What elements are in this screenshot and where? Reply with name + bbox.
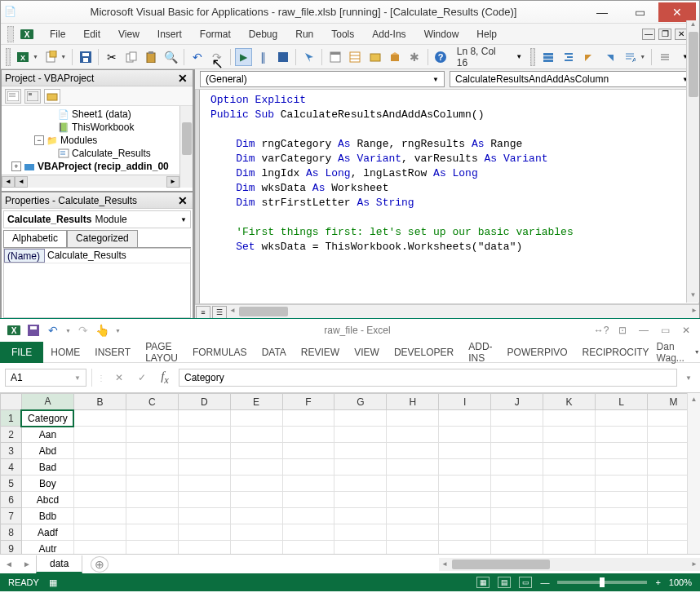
redo-icon[interactable]: ↷ xyxy=(208,48,225,66)
cell-A4[interactable]: Bad xyxy=(21,459,73,476)
cell-H7[interactable] xyxy=(387,508,439,524)
tree-vbaproject[interactable]: +VBAProject (recip_addin_00 xyxy=(5,160,189,173)
row-header-4[interactable]: 4 xyxy=(1,459,22,476)
tab-data[interactable]: DATA xyxy=(255,343,294,361)
cell-G3[interactable] xyxy=(334,443,387,459)
tree-calculate-results[interactable]: Calculate_Results xyxy=(5,147,189,160)
cell-A7[interactable]: Bdb xyxy=(21,508,73,524)
cell-I8[interactable] xyxy=(439,524,491,541)
break-icon[interactable]: ∥ xyxy=(255,48,272,66)
cell-B7[interactable] xyxy=(73,508,126,524)
tab-review[interactable]: REVIEW xyxy=(294,343,347,361)
enter-formula-button[interactable]: ✓ xyxy=(133,369,151,387)
tab-reciprocity[interactable]: RECIPROCITY xyxy=(575,343,657,361)
help-icon[interactable]: ? xyxy=(432,48,450,66)
cell-A8[interactable]: Aadf xyxy=(21,524,73,541)
menu-edit[interactable]: Edit xyxy=(75,26,109,42)
cell-I6[interactable] xyxy=(439,492,491,508)
tree-scrollbar-v[interactable] xyxy=(179,106,193,188)
formula-input[interactable]: Category xyxy=(179,369,677,387)
code-editor[interactable]: Option Explicit Public Sub CalculateResu… xyxy=(195,89,699,304)
cell-H3[interactable] xyxy=(387,443,439,459)
menu-file[interactable]: File xyxy=(42,26,73,42)
cell-K1[interactable] xyxy=(543,410,596,427)
redo-icon[interactable]: ↷ xyxy=(76,323,91,338)
add-sheet-button[interactable]: ⊕ xyxy=(91,556,109,573)
collapse-icon[interactable]: − xyxy=(34,135,44,145)
close-button[interactable]: ✕ xyxy=(658,2,696,22)
excel-app-icon[interactable]: X xyxy=(7,323,21,338)
tab-powerpivot[interactable]: POWERPIVO xyxy=(500,343,575,361)
cell-E4[interactable] xyxy=(230,459,282,476)
insert-module-icon[interactable] xyxy=(42,48,60,66)
cell-A1[interactable]: Category xyxy=(21,410,73,427)
tools-icon[interactable]: ✱ xyxy=(405,48,423,66)
copy-icon[interactable] xyxy=(123,48,140,66)
cell-A3[interactable]: Abd xyxy=(21,443,73,459)
normal-view-button[interactable]: ▦ xyxy=(476,577,490,588)
comment-icon[interactable]: A xyxy=(621,48,639,66)
properties-object-dropdown[interactable]: Calculate_Results Module ▼ xyxy=(3,210,191,228)
tree-scrollbar-h[interactable]: ◄◄► xyxy=(2,175,179,188)
project-tree[interactable]: 📄Sheet1 (data) 📗ThisWorkbook −📁Modules C… xyxy=(2,106,193,188)
property-row-name[interactable]: (Name) Calculate_Results xyxy=(4,249,190,263)
save-icon[interactable] xyxy=(77,48,94,66)
breakpoint-icon[interactable] xyxy=(600,48,618,66)
cell-A6[interactable]: Abcd xyxy=(21,492,73,508)
dropdown-arrow-icon[interactable]: ▼ xyxy=(640,54,645,60)
cell-C4[interactable] xyxy=(126,459,178,476)
menu-help[interactable]: Help xyxy=(468,26,505,42)
cell-K5[interactable] xyxy=(543,476,596,492)
column-header-D[interactable]: D xyxy=(178,394,230,410)
maximize-button[interactable]: ▭ xyxy=(658,323,672,338)
row-header-1[interactable]: 1 xyxy=(1,410,22,427)
macro-record-icon[interactable]: ▦ xyxy=(49,577,57,588)
cell-C8[interactable] xyxy=(126,524,178,541)
sheet-tab-data[interactable]: data xyxy=(36,555,82,573)
column-header-F[interactable]: F xyxy=(282,394,334,410)
cell-E8[interactable] xyxy=(230,524,282,541)
cell-H1[interactable] xyxy=(387,410,439,427)
cell-L7[interactable] xyxy=(596,508,648,524)
page-break-view-button[interactable]: ▭ xyxy=(519,577,532,588)
tab-nav-first-button[interactable]: ◄ xyxy=(0,556,18,573)
cell-H5[interactable] xyxy=(387,476,439,492)
tab-developer[interactable]: DEVELOPER xyxy=(387,343,461,361)
undo-dropdown-icon[interactable]: ▼ xyxy=(65,328,71,334)
cell-L3[interactable] xyxy=(596,443,648,459)
cell-B8[interactable] xyxy=(73,524,126,541)
cell-J8[interactable] xyxy=(491,524,543,541)
row-header-6[interactable]: 6 xyxy=(1,492,22,508)
cell-K2[interactable] xyxy=(543,427,596,443)
object-dropdown[interactable]: (General)▼ xyxy=(200,71,445,87)
expand-icon[interactable]: + xyxy=(11,161,21,171)
minimize-button[interactable]: — xyxy=(583,2,621,22)
cell-G2[interactable] xyxy=(334,427,387,443)
maximize-button[interactable]: ▭ xyxy=(621,2,658,22)
cell-D4[interactable] xyxy=(178,459,230,476)
tab-addins[interactable]: ADD-INS xyxy=(461,338,499,367)
cell-I5[interactable] xyxy=(439,476,491,492)
dropdown-arrow-icon[interactable]: ▼ xyxy=(74,374,81,382)
cell-C1[interactable] xyxy=(126,410,178,427)
cell-K7[interactable] xyxy=(543,508,596,524)
cell-B5[interactable] xyxy=(73,476,126,492)
cell-L6[interactable] xyxy=(596,492,648,508)
procedure-view-button[interactable]: ≡ xyxy=(196,306,210,319)
name-box[interactable]: A1▼ xyxy=(5,369,86,387)
column-header-C[interactable]: C xyxy=(126,394,178,410)
worksheet-grid[interactable]: ABCDEFGHIJKLM1Category2Aan3Abd4Bad5Boy6A… xyxy=(0,392,700,554)
cell-E3[interactable] xyxy=(230,443,282,459)
cell-J2[interactable] xyxy=(491,427,543,443)
column-header-E[interactable]: E xyxy=(230,394,282,410)
toolbox-icon[interactable] xyxy=(386,48,403,66)
column-header-L[interactable]: L xyxy=(596,394,648,410)
menu-view[interactable]: View xyxy=(110,26,148,42)
tab-alphabetic[interactable]: Alphabetic xyxy=(3,230,67,247)
close-button[interactable]: ✕ xyxy=(679,323,693,338)
toolbar-grip-2[interactable] xyxy=(530,48,535,66)
menu-format[interactable]: Format xyxy=(192,26,239,42)
help-icon[interactable]: ↔? xyxy=(594,323,609,338)
cell-F7[interactable] xyxy=(282,508,334,524)
view-excel-icon[interactable]: X xyxy=(15,48,32,66)
